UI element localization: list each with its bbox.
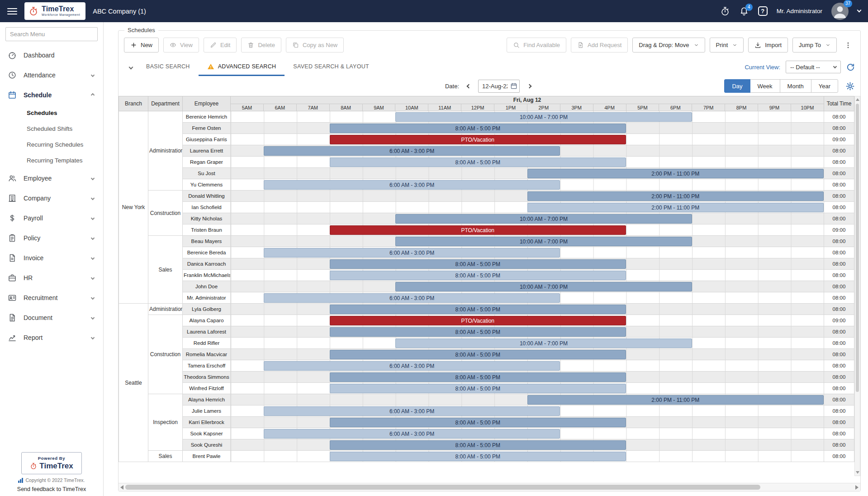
refresh-icon[interactable]	[846, 63, 855, 72]
timeline-cell[interactable]: 8:00 AM - 5:00 PM	[231, 451, 824, 462]
shift-bar[interactable]: 8:00 AM - 5:00 PM	[330, 418, 626, 427]
timeline-cell[interactable]: 8:00 AM - 5:00 PM	[231, 258, 824, 270]
shift-bar[interactable]: 10:00 AM - 7:00 PM	[395, 282, 692, 291]
timeline-cell[interactable]: PTO/Vacation	[231, 224, 824, 236]
shift-bar[interactable]: 10:00 AM - 7:00 PM	[395, 237, 692, 246]
sidebar-item-dashboard[interactable]: Dashboard	[0, 45, 103, 65]
shift-bar[interactable]: 2:00 PM - 11:00 PM	[527, 169, 824, 178]
help-icon[interactable]: ?	[758, 6, 768, 16]
view-mode-year-button[interactable]: Year	[811, 79, 838, 93]
shift-bar[interactable]: 2:00 PM - 11:00 PM	[527, 191, 824, 201]
timeline-cell[interactable]: 6:00 AM - 3:00 PM	[231, 360, 824, 372]
sidebar-item-attendance[interactable]: Attendance	[0, 65, 103, 85]
timeline-cell[interactable]: 2:00 PM - 11:00 PM	[231, 394, 824, 405]
previous-day-button[interactable]	[464, 81, 473, 91]
timeline-cell[interactable]: PTO/Vacation	[231, 315, 824, 326]
sidebar-item-company[interactable]: Company	[0, 188, 103, 208]
sidebar-item-policy[interactable]: Policy	[0, 228, 103, 248]
find-available-button[interactable]: Find Available	[507, 38, 566, 52]
collapse-search-button[interactable]	[124, 61, 138, 73]
shift-bar[interactable]: 8:00 AM - 5:00 PM	[330, 271, 626, 280]
new-button[interactable]: New	[124, 38, 159, 52]
timetrex-logo[interactable]: TimeTrex Workforce Management	[24, 2, 85, 20]
column-header-branch[interactable]: Branch	[119, 96, 148, 111]
notifications-bell-icon[interactable]: 4	[739, 6, 749, 16]
column-header-total-time[interactable]: Total Time	[824, 96, 854, 111]
shift-bar[interactable]: 6:00 AM - 3:00 PM	[264, 406, 560, 416]
timeline-cell[interactable]: 10:00 AM - 7:00 PM	[231, 111, 824, 123]
timeline-cell[interactable]: 10:00 AM - 7:00 PM	[231, 338, 824, 349]
print-button[interactable]: Print	[710, 38, 744, 52]
sidebar-item-invoice[interactable]: Invoice	[0, 248, 103, 268]
shift-bar[interactable]: 10:00 AM - 7:00 PM	[395, 214, 692, 224]
shift-bar[interactable]: 8:00 AM - 5:00 PM	[330, 350, 626, 359]
sidebar-item-schedules[interactable]: Schedules	[0, 105, 103, 121]
shift-bar[interactable]: 8:00 AM - 5:00 PM	[330, 440, 626, 450]
sidebar-item-recurring-schedules[interactable]: Recurring Schedules	[0, 137, 103, 153]
timeline-cell[interactable]: 8:00 AM - 5:00 PM	[231, 372, 824, 383]
sidebar-item-scheduled-shifts[interactable]: Scheduled Shifts	[0, 121, 103, 137]
jump-to-button[interactable]: Jump To	[792, 38, 837, 52]
scroll-down-icon[interactable]	[856, 471, 859, 474]
shift-bar[interactable]: 8:00 AM - 5:00 PM	[330, 305, 626, 314]
pto-bar[interactable]: PTO/Vacation	[330, 316, 626, 325]
timeline-cell[interactable]: 8:00 AM - 5:00 PM	[231, 349, 824, 360]
chevron-down-icon[interactable]	[857, 8, 862, 13]
tab-advanced-search[interactable]: ADVANCED SEARCH	[199, 58, 285, 76]
sidebar-item-schedule[interactable]: Schedule	[0, 85, 103, 105]
shift-bar[interactable]: 2:00 PM - 11:00 PM	[527, 395, 824, 405]
more-options-button[interactable]	[841, 38, 855, 52]
scroll-up-icon[interactable]	[856, 98, 859, 101]
view-mode-week-button[interactable]: Week	[750, 79, 780, 93]
shift-bar[interactable]: 8:00 AM - 5:00 PM	[330, 452, 626, 461]
horizontal-scrollbar[interactable]	[119, 483, 860, 491]
column-header-department[interactable]: Department	[148, 96, 183, 111]
copy-as-new-button[interactable]: Copy as New	[286, 38, 344, 52]
timeline-cell[interactable]: 10:00 AM - 7:00 PM	[231, 213, 824, 224]
timeline-cell[interactable]: 6:00 AM - 3:00 PM	[231, 145, 824, 157]
settings-gear-icon[interactable]	[845, 81, 855, 91]
timeclock-icon[interactable]	[720, 6, 730, 16]
delete-button[interactable]: Delete	[241, 38, 281, 52]
shift-bar[interactable]: 6:00 AM - 3:00 PM	[264, 248, 560, 258]
add-request-button[interactable]: Add Request	[571, 38, 628, 52]
column-header-employee[interactable]: Employee	[183, 96, 231, 111]
shift-bar[interactable]: 10:00 AM - 7:00 PM	[395, 339, 692, 348]
next-day-button[interactable]	[525, 81, 534, 91]
shift-bar[interactable]: 6:00 AM - 3:00 PM	[264, 429, 560, 439]
shift-bar[interactable]: 6:00 AM - 3:00 PM	[264, 361, 560, 371]
calendar-icon[interactable]	[510, 82, 517, 90]
shift-bar[interactable]: 8:00 AM - 5:00 PM	[330, 384, 626, 393]
sidebar-item-recruitment[interactable]: Recruitment	[0, 288, 103, 308]
sidebar-item-payroll[interactable]: Payroll	[0, 208, 103, 228]
timeline-cell[interactable]: 8:00 AM - 5:00 PM	[231, 304, 824, 315]
import-button[interactable]: Import	[748, 38, 788, 52]
drag-drop-move-button[interactable]: Drag & Drop: Move	[632, 38, 705, 52]
view-mode-day-button[interactable]: Day	[724, 79, 750, 93]
timeline-cell[interactable]: 8:00 AM - 5:00 PM	[231, 417, 824, 428]
timeline-cell[interactable]: 8:00 AM - 5:00 PM	[231, 439, 824, 451]
shift-bar[interactable]: 8:00 AM - 5:00 PM	[330, 327, 626, 337]
edit-button[interactable]: Edit	[204, 38, 237, 52]
sidebar-item-hr[interactable]: HR	[0, 268, 103, 288]
feedback-link[interactable]: Send feedback to TimeTrex	[17, 486, 86, 492]
shift-bar[interactable]: 6:00 AM - 3:00 PM	[264, 180, 560, 190]
shift-bar[interactable]: 8:00 AM - 5:00 PM	[330, 157, 626, 167]
hamburger-menu-icon[interactable]	[7, 8, 17, 14]
shift-bar[interactable]: 8:00 AM - 5:00 PM	[330, 259, 626, 269]
sidebar-item-employee[interactable]: Employee	[0, 168, 103, 188]
timeline-cell[interactable]: 2:00 PM - 11:00 PM	[231, 168, 824, 179]
pto-bar[interactable]: PTO/Vacation	[330, 135, 626, 144]
shift-bar[interactable]: 8:00 AM - 5:00 PM	[330, 372, 626, 382]
timeline-cell[interactable]: 6:00 AM - 3:00 PM	[231, 292, 824, 304]
scroll-left-icon[interactable]	[120, 485, 123, 490]
shift-bar[interactable]: 2:00 PM - 11:00 PM	[527, 203, 824, 212]
pto-bar[interactable]: PTO/Vacation	[330, 225, 626, 235]
scroll-right-icon[interactable]	[855, 485, 859, 490]
timeline-cell[interactable]: 10:00 AM - 7:00 PM	[231, 236, 824, 247]
avatar[interactable]: 37	[831, 3, 849, 20]
sidebar-item-recurring-templates[interactable]: Recurring Templates	[0, 153, 103, 168]
vertical-scrollbar-thumb[interactable]	[856, 104, 859, 392]
shift-bar[interactable]: 8:00 AM - 5:00 PM	[330, 124, 626, 133]
view-button[interactable]: View	[163, 38, 199, 52]
